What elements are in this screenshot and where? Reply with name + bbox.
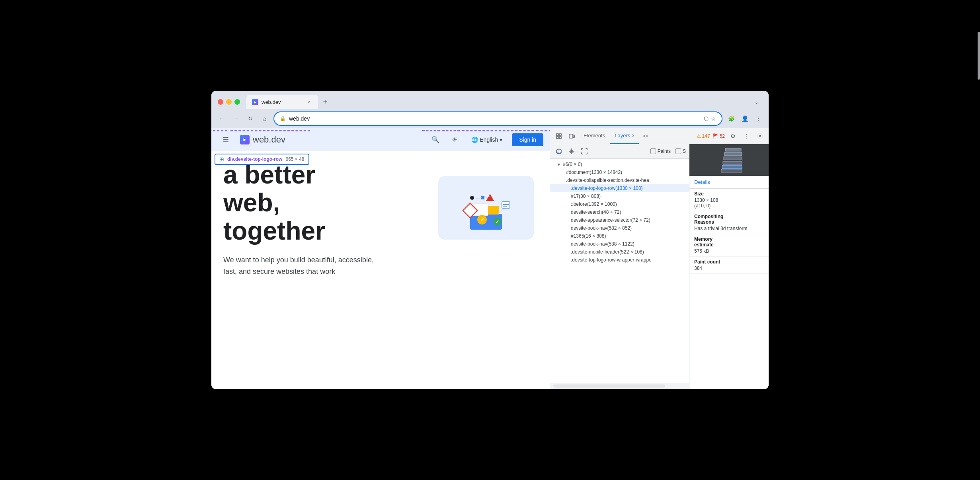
new-tab-button[interactable]: + <box>320 96 331 107</box>
navigation-bar: ← → ↻ ⌂ 🔒 web.dev ⬡ ☆ 🧩 👤 ⋮ <box>211 109 769 128</box>
settings-button[interactable]: ⚙ <box>727 131 738 142</box>
tab-layers[interactable]: Layers × <box>610 128 639 144</box>
tree-item-text: .devsite-collapsible-section.devsite-hea <box>566 178 686 183</box>
svg-rect-29 <box>723 161 742 164</box>
forward-button[interactable]: → <box>230 113 242 124</box>
tree-item[interactable]: .devsite-mobile-header(522 × 108) <box>550 248 689 256</box>
horizontal-scrollbar[interactable] <box>553 384 665 388</box>
tree-item[interactable]: devsite-book-nav(582 × 852) <box>550 224 689 232</box>
element-tooltip: ⊞ div.devsite-top-logo-row 665 × 48 <box>215 154 309 165</box>
tree-item[interactable]: devsite-search(48 × 72) <box>550 208 689 216</box>
s-toggle[interactable]: S <box>675 148 686 154</box>
content-area: ☰ ► web.dev 🔍 ☀ 🌐 English ▾ <box>211 128 769 389</box>
sign-in-button[interactable]: Sign in <box>512 133 543 146</box>
tree-item-text: #17(30 × 808) <box>571 193 686 199</box>
tree-item-text: .devsite-top-logo-row-wrapper-wrappe <box>571 257 686 263</box>
tree-item[interactable]: #1365(16 × 808) <box>550 232 689 240</box>
svg-rect-20 <box>556 137 558 139</box>
tree-item-text: .devsite-mobile-header(522 × 108) <box>571 249 686 255</box>
svg-rect-31 <box>721 169 742 172</box>
theme-toggle-button[interactable]: ☀ <box>447 133 462 147</box>
tree-item-text: ::before(1392 × 1000) <box>571 201 686 207</box>
paints-checkbox[interactable] <box>650 148 656 154</box>
tree-toggle <box>564 210 569 215</box>
tooltip-class-name: div.devsite-top-logo-row <box>227 156 282 162</box>
tree-item[interactable]: .devsite-collapsible-section.devsite-hea <box>550 176 689 184</box>
hamburger-menu[interactable]: ☰ <box>218 135 234 144</box>
devtools-toolbar: Elements Layers × >> ⚠ 147 🚩 <box>550 128 769 144</box>
pan-button[interactable] <box>566 146 577 157</box>
details-compositing-label: CompositingReasons <box>694 214 764 225</box>
devtools-more-button[interactable]: ⋮ <box>741 131 752 142</box>
bookmark-icon[interactable]: ☆ <box>711 115 716 122</box>
tree-item[interactable]: #document(1330 × 14842) <box>550 168 689 176</box>
layers-tab-close[interactable]: × <box>632 133 634 139</box>
details-panel: Details Size 1330 × 108(at 0, 0) Composi… <box>689 144 769 389</box>
tree-item-text: .devsite-top-logo-row(1330 × 108) <box>571 185 686 191</box>
maximize-traffic-light[interactable] <box>234 99 240 105</box>
svg-rect-26 <box>725 148 741 151</box>
tree-item[interactable]: .devsite-top-logo-row-wrapper-wrappe <box>550 256 689 264</box>
tree-item-text: devsite-book-nav(582 × 852) <box>571 225 686 231</box>
header-section-search-overlay <box>422 130 440 131</box>
details-compositing-value: Has a trivial 3d transform. <box>694 226 764 231</box>
paints-toggle[interactable]: Paints <box>650 148 671 154</box>
fit-to-view-button[interactable] <box>579 146 590 157</box>
details-compositing-row: CompositingReasons Has a trivial 3d tran… <box>689 211 769 234</box>
layers-subtoolbar: Paints S <box>550 144 689 159</box>
language-button[interactable]: 🌐 English ▾ <box>467 134 507 145</box>
device-toggle[interactable] <box>566 131 577 142</box>
tree-item[interactable]: ::before(1392 × 1000) <box>550 200 689 208</box>
sun-icon: ☀ <box>452 136 457 143</box>
home-button[interactable]: ⌂ <box>259 113 270 124</box>
svg-rect-28 <box>724 157 742 160</box>
inspector-tool[interactable] <box>553 131 564 142</box>
devtools-close-button[interactable]: × <box>754 131 765 142</box>
reload-button[interactable]: ↻ <box>245 113 256 124</box>
search-button[interactable]: 🔍 <box>428 133 443 147</box>
s-checkbox[interactable] <box>675 148 681 154</box>
layers-3d-preview <box>689 144 769 176</box>
svg-rect-21 <box>559 137 561 139</box>
active-tab[interactable]: ► web.dev × <box>246 95 318 109</box>
tree-item-text: devsite-book-nav(538 × 1122) <box>571 241 686 247</box>
close-traffic-light[interactable] <box>218 99 223 105</box>
details-size-value: 1330 × 108(at 0, 0) <box>694 197 764 209</box>
extensions-button[interactable]: 🧩 <box>726 113 737 124</box>
devtools-tabs: Elements Layers × >> <box>579 128 651 144</box>
tree-item[interactable]: ▼ #6(0 × 0) <box>550 160 689 168</box>
details-size-label: Size <box>694 191 764 197</box>
tab-close-button[interactable]: × <box>306 99 312 105</box>
browser-window: ► web.dev × + ⌄ ← → ↻ ⌂ 🔒 web.dev ⬡ <box>211 91 769 389</box>
page-illustration: ✓ ✓ <box>438 176 534 240</box>
profile-button[interactable]: 👤 <box>739 113 750 124</box>
website-header: ☰ ► web.dev 🔍 ☀ 🌐 English ▾ <box>211 128 550 151</box>
minimize-traffic-light[interactable] <box>226 99 232 105</box>
header-section-signin-overlay <box>536 130 550 131</box>
tree-toggle <box>564 218 569 222</box>
address-bar[interactable]: 🔒 web.dev ⬡ ☆ <box>273 111 722 126</box>
back-button[interactable]: ← <box>216 113 227 124</box>
svg-text:✓: ✓ <box>480 217 485 223</box>
url-text: web.dev <box>289 115 701 122</box>
header-section-logo-overlay <box>230 130 310 131</box>
open-new-tab-icon[interactable]: ⬡ <box>704 115 709 122</box>
header-section-menu-overlay <box>213 130 227 131</box>
tab-dropdown-button[interactable]: ⌄ <box>751 96 762 107</box>
rotate-3d-button[interactable] <box>553 146 564 157</box>
layers-tree-container: Paints S ▼ #6(0 × 0) <box>550 144 689 389</box>
menu-button[interactable]: ⋮ <box>753 113 764 124</box>
lang-dropdown-icon: ▾ <box>500 137 502 143</box>
site-logo[interactable]: ► web.dev <box>240 135 285 145</box>
details-header: Details <box>689 176 769 189</box>
tree-item[interactable]: devsite-appearance-selector(72 × 72) <box>550 216 689 224</box>
traffic-lights <box>218 99 240 105</box>
secure-icon: 🔒 <box>280 116 286 121</box>
more-tabs-button[interactable]: >> <box>639 133 651 139</box>
tree-toggle[interactable]: ▼ <box>556 162 561 167</box>
tab-elements[interactable]: Elements <box>579 128 610 144</box>
tree-item[interactable]: devsite-book-nav(538 × 1122) <box>550 240 689 248</box>
tree-item-selected[interactable]: .devsite-top-logo-row(1330 × 108) <box>550 184 689 192</box>
tree-item[interactable]: #17(30 × 808) <box>550 192 689 200</box>
details-memory-label: Memoryestimate <box>694 236 764 248</box>
